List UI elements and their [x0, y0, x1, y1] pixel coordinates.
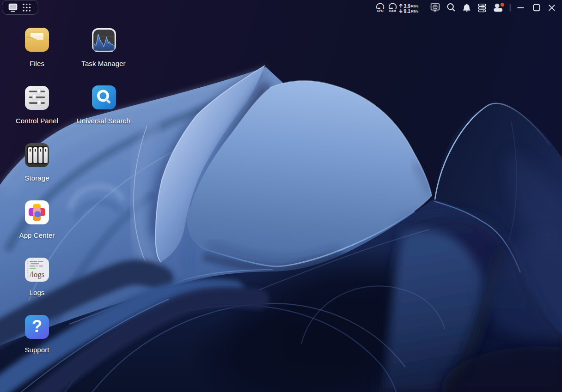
svg-text:?: ?	[32, 317, 42, 336]
svg-text:KB/s: KB/s	[411, 10, 419, 13]
svg-text:/logs: /logs	[30, 270, 44, 279]
svg-text:CPU: CPU	[377, 9, 384, 12]
svg-text:KB/s: KB/s	[411, 5, 419, 8]
svg-text:RAM: RAM	[389, 9, 397, 12]
svg-text:9.1: 9.1	[404, 8, 411, 14]
